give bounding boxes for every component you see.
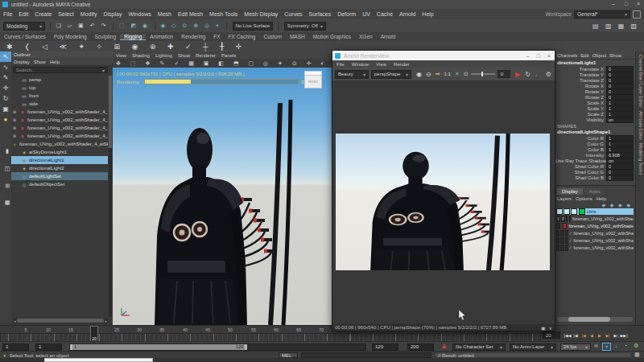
rv-menu-file[interactable]: File <box>336 62 345 67</box>
viewport-toolbar-icons[interactable]: ✥ ⬚ ❖ ✎ ✓ ▦ ▣ ◧ ⬒ ▢ ◎ ✦ ⊙ ✛ ◐ ⊞ <box>116 60 332 67</box>
maximize-button[interactable]: □ <box>625 1 628 6</box>
shelf-tab-motion-graphics[interactable]: Motion Graphics <box>309 34 355 39</box>
playback-end-field[interactable]: 120 <box>372 343 398 351</box>
outliner-item-top[interactable]: ▭top <box>11 84 108 92</box>
menu-edit-mesh[interactable]: Edit Mesh <box>175 11 206 17</box>
panel-menu-shading[interactable]: Shading <box>132 53 150 58</box>
layer-color-swatch[interactable] <box>579 208 585 215</box>
layer-visibility-toggle[interactable] <box>556 223 560 229</box>
menu-curves[interactable]: Curves <box>281 11 305 17</box>
new-layer-icons[interactable]: ◆ ◆ ◆ ◆ <box>602 202 632 208</box>
menu-set-selector[interactable]: Modeling ▾ <box>3 22 45 31</box>
animation-start-field[interactable]: 1 <box>2 343 29 351</box>
outliner-search-input[interactable]: Search... ▾ <box>13 67 108 73</box>
character-set-icon[interactable]: ♟ <box>441 343 447 350</box>
anim-layer-selector[interactable]: No Anim Layer ▾ <box>510 343 556 351</box>
snap-icons[interactable]: ◈ ◇ ⊙ ⊕ ◎ ⌖ <box>161 23 221 29</box>
outliner-menu-help[interactable]: Help <box>50 60 60 64</box>
outliner-item-persp[interactable]: ▭persp <box>11 76 108 84</box>
step-forward-frame-button[interactable]: ▶| <box>612 331 620 340</box>
menu-mesh-display[interactable]: Mesh Display <box>241 11 281 17</box>
scroll-right-icon[interactable]: ▸ <box>105 319 107 323</box>
shelf-tab-mash[interactable]: MASH <box>286 34 309 39</box>
play-forwards-button[interactable]: ▶ <box>596 331 604 340</box>
paint-select-tool-icon[interactable]: ✎ <box>0 72 11 83</box>
rv-menu-render[interactable]: Render <box>394 62 410 67</box>
character-set-selector[interactable]: No Character Set ▾ <box>452 343 506 351</box>
tab-attribute-editor[interactable]: Attribute Editor <box>638 111 643 140</box>
step-back-key-button[interactable]: |◀ <box>580 331 588 340</box>
layer-row[interactable]: ∕ foreman_UVrig_v002_withSha <box>556 245 634 251</box>
menu-mesh[interactable]: Mesh <box>155 11 175 17</box>
command-language-selector[interactable]: MEL <box>279 352 298 358</box>
channel-value-field[interactable]: 0 <box>606 175 634 181</box>
layer-display-toggle[interactable] <box>565 230 568 237</box>
layer-color-swatch[interactable] <box>569 216 571 222</box>
move-tool-icon[interactable]: ✛ <box>0 83 11 93</box>
panel-menu-panels[interactable]: Panels <box>221 53 236 58</box>
panel-menu-lighting[interactable]: Lighting <box>155 53 172 58</box>
menu-uv[interactable]: UV <box>359 11 374 17</box>
menu-edit[interactable]: Edit <box>15 11 31 17</box>
layer-row[interactable]: V P foreman_UVrig_v002_withShad <box>556 216 634 222</box>
start-render-button[interactable]: ▶ <box>515 71 520 78</box>
layer-playback-toggle[interactable] <box>560 237 564 244</box>
aov-selector[interactable]: Beauty ▾ <box>335 70 369 79</box>
go-to-start-button[interactable]: |◀◀ <box>564 331 572 340</box>
layer-color-swatch[interactable] <box>563 223 567 229</box>
symmetry-button[interactable]: Symmetry: Off ▾ <box>284 22 326 31</box>
status-display-icon[interactable]: ▣ <box>541 325 546 331</box>
shelf-tab-poly-modeling[interactable]: Poly Modeling <box>50 34 91 39</box>
layer-playback-toggle[interactable] <box>560 245 564 251</box>
layer-row[interactable]: foreman_UVrig_v002_withShade <box>556 223 634 229</box>
outliner-item-mesh[interactable]: ⊞■foreman_UVrig_v002_withShader_4_cor <box>11 124 108 132</box>
tab-modeling-toolkit[interactable]: Modeling Toolkit <box>638 143 643 175</box>
shelf-tab-arnold[interactable]: Arnold <box>377 34 400 39</box>
expand-icon[interactable]: ⊞ <box>11 117 18 122</box>
command-input-field[interactable] <box>301 352 431 358</box>
menu-windows[interactable]: Windows <box>125 11 154 17</box>
layer-playback-toggle[interactable] <box>564 208 570 215</box>
close-button[interactable]: × <box>637 1 640 6</box>
layer-row[interactable]: ∕ foreman_UVrig_v002_withSha <box>556 230 634 237</box>
go-to-end-button[interactable]: ▶▶| <box>620 331 628 340</box>
shelf-tab-fx-caching[interactable]: FX Caching <box>225 34 260 39</box>
layers-menu[interactable]: Layers <box>557 196 572 201</box>
exposure-slider[interactable] <box>471 73 495 75</box>
expand-icon[interactable]: ⊞ <box>11 134 18 138</box>
channelbox-menu-channels[interactable]: Channels <box>557 53 577 58</box>
outliner-item-default-object-set[interactable]: ◎defaultObjectSet <box>11 180 108 188</box>
lasso-tool-icon[interactable]: ∿ <box>0 62 11 72</box>
channelbox-menu-show[interactable]: Show <box>609 53 621 58</box>
outliner-item-default-light-set[interactable]: ◎defaultLightSet <box>11 172 108 180</box>
channelbox-menu-edit[interactable]: Edit <box>580 53 588 58</box>
panel-menu-view[interactable]: View <box>116 53 126 58</box>
channelbox-menu-object[interactable]: Object <box>592 53 606 58</box>
outliner-menu-show[interactable]: Show <box>34 60 46 64</box>
range-slider-track[interactable]: 1 120 <box>69 343 366 351</box>
view-cube[interactable]: FRONT <box>303 71 322 88</box>
actual-size-button[interactable]: 1:1 <box>444 72 451 76</box>
outliner-item-mesh[interactable]: ⊞■foreman_UVrig_v002_withShader_4_md <box>11 116 108 124</box>
channel-value-field[interactable]: on <box>606 117 634 123</box>
render-view-title-bar[interactable]: Arnold RenderView – □ × <box>332 51 555 60</box>
animation-end-field[interactable]: 200 <box>407 343 434 351</box>
play-backwards-button[interactable]: ◀ <box>588 331 596 340</box>
layer-playback-toggle[interactable] <box>560 230 564 237</box>
tab-anim[interactable]: Anim <box>584 188 605 195</box>
outliner-item-directional-light2[interactable]: ☀directionalLight2 <box>11 164 108 172</box>
shelf-tab-animation[interactable]: Animation <box>146 34 177 39</box>
auto-keyframe-toggle[interactable]: ✦ <box>602 343 611 351</box>
minimize-button[interactable]: – <box>612 1 615 6</box>
layer-display-toggle[interactable] <box>565 237 568 244</box>
layer-visibility-toggle[interactable] <box>556 245 559 251</box>
playback-loop-icon[interactable]: ∞ <box>594 343 598 348</box>
rotate-tool-icon[interactable]: ↻ <box>0 93 11 104</box>
layer-row-selected[interactable]: chris <box>556 208 634 215</box>
live-surface-button[interactable]: No Live Surface <box>233 22 274 31</box>
tab-channel-box-layer-editor[interactable]: Channel Box / Layer Editor <box>638 55 643 108</box>
audio-mute-icon[interactable]: ♩ <box>535 72 541 77</box>
step-back-frame-button[interactable]: |◀ <box>572 331 580 340</box>
shelf-tab-fx[interactable]: FX <box>209 34 224 39</box>
background-toggle-icon[interactable]: ✕ <box>455 71 460 77</box>
